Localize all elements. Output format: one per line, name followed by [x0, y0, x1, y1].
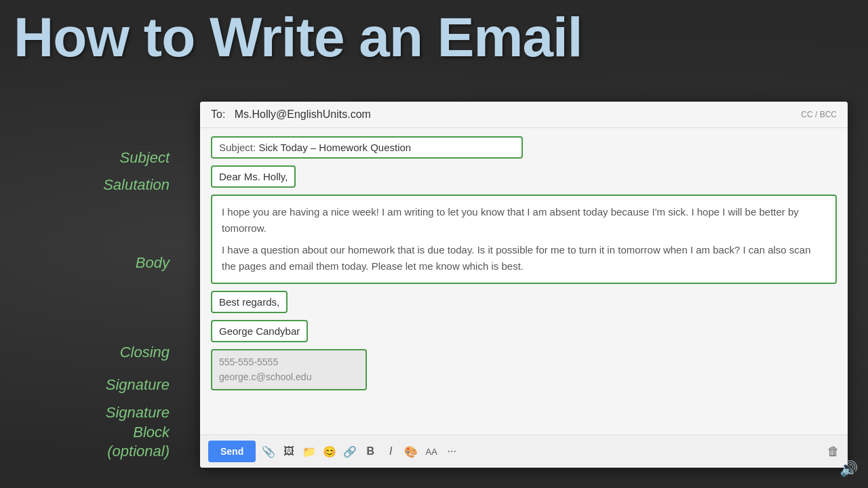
color-icon[interactable]: 🎨 [403, 444, 418, 459]
to-row: To: Ms.Holly@EnglishUnits.com CC / BCC [200, 102, 848, 128]
emoji-icon[interactable]: 😊 [322, 444, 337, 459]
email-toolbar: Send 📎 🖼 📁 😊 🔗 B I 🎨 AA ··· 🗑 [200, 434, 848, 468]
email-body-area: Subject: Sick Today – Homework Question … [200, 128, 848, 434]
to-address: Ms.Holly@EnglishUnits.com [235, 108, 371, 120]
label-salutation: Salutation [103, 176, 183, 194]
image-icon[interactable]: 🖼 [281, 444, 296, 459]
body-paragraph-1: I hope you are having a nice week! I am … [222, 204, 826, 237]
subject-prefix: Subject: [219, 142, 256, 153]
label-closing: Closing [120, 344, 183, 361]
body-paragraph-2: I have a question about our homework tha… [222, 242, 826, 274]
body-box[interactable]: I hope you are having a nice week! I am … [211, 195, 837, 284]
delete-icon[interactable]: 🗑 [827, 445, 840, 459]
attachment-icon[interactable]: 📎 [261, 444, 276, 459]
label-subject: Subject [120, 149, 183, 167]
closing-box: Best regards, [211, 291, 288, 313]
subject-field[interactable]: Subject: Sick Today – Homework Question [211, 136, 837, 159]
to-field: To: Ms.Holly@EnglishUnits.com [211, 108, 371, 121]
signature-block-field[interactable]: 555-555-5555 george.c@school.edu [211, 349, 837, 390]
sigblock-box: 555-555-5555 george.c@school.edu [211, 349, 367, 390]
label-sigblock: Signature Block (optional) [106, 403, 183, 462]
salutation-field[interactable]: Dear Ms. Holly, [211, 165, 837, 188]
signature-box: George Candybar [211, 320, 308, 342]
link-icon[interactable]: 🔗 [342, 444, 357, 459]
cc-bcc-label[interactable]: CC / BCC [801, 110, 837, 119]
sig-email: george.c@school.edu [219, 369, 359, 384]
page-title: How to Write an Email [14, 7, 854, 68]
signature-field[interactable]: George Candybar [211, 320, 837, 342]
sig-phone: 555-555-5555 [219, 354, 359, 369]
label-body: Body [136, 254, 183, 272]
italic-icon[interactable]: I [383, 444, 398, 459]
to-prefix: To: [211, 108, 225, 120]
subject-text: Sick Today – Homework Question [258, 142, 411, 153]
sound-icon[interactable]: 🔊 [840, 460, 858, 478]
subject-box: Subject: Sick Today – Homework Question [211, 136, 523, 159]
closing-field[interactable]: Best regards, [211, 291, 837, 313]
bold-icon[interactable]: B [363, 444, 378, 459]
more-options-icon[interactable]: ··· [444, 444, 459, 459]
drive-icon[interactable]: 📁 [302, 444, 317, 459]
label-signature: Signature [106, 376, 183, 394]
font-size-icon[interactable]: AA [424, 444, 439, 459]
email-compose-window: To: Ms.Holly@EnglishUnits.com CC / BCC S… [200, 102, 848, 468]
salutation-box: Dear Ms. Holly, [211, 165, 296, 188]
send-button[interactable]: Send [208, 441, 256, 462]
